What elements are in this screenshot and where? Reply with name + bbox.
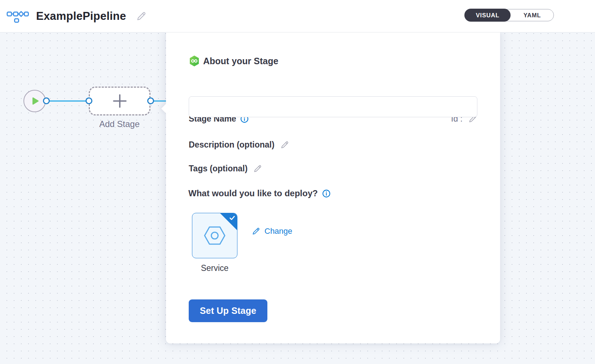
change-pencil-icon [251,227,261,236]
edit-pipeline-name-icon[interactable] [135,10,147,22]
edit-tags-icon[interactable] [253,164,262,174]
page-title: ExamplePipeline [36,10,126,23]
pipeline-graph-icon [6,9,29,23]
play-icon [32,97,39,105]
connector-node[interactable] [86,97,92,104]
panel-heading: About your Stage [203,56,278,66]
stage-name-input[interactable] [189,96,477,117]
set-up-stage-button[interactable]: Set Up Stage [189,299,267,322]
pipeline-start-node[interactable] [23,90,46,112]
deploy-question-row: What would you like to deploy? [188,188,331,198]
deploy-question: What would you like to deploy? [188,188,318,198]
mode-toggle: VISUAL YAML [465,9,554,21]
tags-label: Tags (optional) [189,164,248,174]
panel-caret [161,104,171,114]
pipeline-studio: ExamplePipeline VISUAL YAML [0,0,595,364]
cd-stage-icon [189,56,199,66]
about-stage-panel: About your Stage Stage Name Id : [166,32,500,343]
change-label: Change [264,227,292,236]
yaml-tab[interactable]: YAML [511,9,554,21]
description-row[interactable]: Description (optional) [189,140,289,150]
visual-tab[interactable]: VISUAL [464,9,511,21]
connector-line [153,100,167,102]
service-deploy-card[interactable] [192,213,237,258]
pipeline-title-group: ExamplePipeline [6,0,147,32]
service-hexagon-icon [204,226,226,245]
service-card-label: Service [197,263,233,273]
tags-row[interactable]: Tags (optional) [189,164,262,174]
header-bar: ExamplePipeline VISUAL YAML [0,0,595,32]
pipeline-canvas[interactable]: Add Stage About your Stage St [0,32,595,364]
plus-icon [113,94,127,108]
connector-line [48,100,89,102]
edit-description-icon[interactable] [280,140,289,150]
add-stage-button[interactable] [89,87,150,115]
panel-heading-row: About your Stage [189,56,278,66]
deploy-info-icon[interactable] [322,189,331,198]
connector-node[interactable] [147,97,154,104]
checkmark-icon [229,216,235,220]
add-stage-label: Add Stage [83,119,156,129]
change-deploy-type[interactable]: Change [251,227,292,236]
connector-node[interactable] [43,97,50,104]
description-label: Description (optional) [189,140,275,150]
